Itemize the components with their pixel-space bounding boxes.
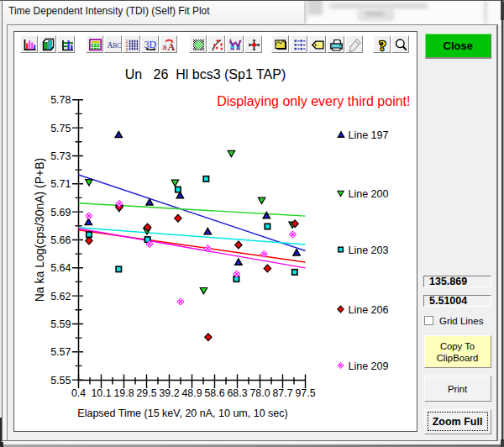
svg-text:48.9: 48.9 <box>181 387 202 398</box>
svg-text:5.66: 5.66 <box>50 234 71 246</box>
svg-text:87.7: 87.7 <box>272 387 292 398</box>
svg-text:?: ? <box>379 38 386 52</box>
svg-text:5.57: 5.57 <box>50 346 71 358</box>
svg-text:78.0: 78.0 <box>249 387 270 398</box>
svg-text:Un 26 Hl bcs3 (Sp1 TAP): Un 26 Hl bcs3 (Sp1 TAP) <box>124 66 285 81</box>
svg-text:Line 206: Line 206 <box>348 303 388 315</box>
svg-text:5.71: 5.71 <box>50 178 71 190</box>
svg-text:BC: BC <box>113 42 121 50</box>
svg-text:3: 3 <box>125 46 128 51</box>
svg-text:Line 203: Line 203 <box>348 244 388 255</box>
svg-text:10.1: 10.1 <box>91 387 111 398</box>
svg-text:0.4: 0.4 <box>71 387 85 398</box>
svg-text:5.73: 5.73 <box>50 150 71 162</box>
svg-text:5.75: 5.75 <box>50 122 71 134</box>
svg-text:Displaying only every third po: Displaying only every third point! <box>217 93 410 108</box>
svg-text:39.2: 39.2 <box>159 387 179 398</box>
svg-text:5.62: 5.62 <box>50 290 71 302</box>
svg-text:5.78: 5.78 <box>50 94 71 106</box>
svg-text:5.55: 5.55 <box>50 374 71 386</box>
svg-text:Na ka Log(cps/30nA) (P+B): Na ka Log(cps/30nA) (P+B) <box>32 157 45 302</box>
svg-text:5.64: 5.64 <box>50 262 71 274</box>
svg-text:Line 200: Line 200 <box>348 187 388 199</box>
svg-text:a: a <box>162 42 166 50</box>
svg-text:19.8: 19.8 <box>113 387 134 398</box>
svg-text:Line 197: Line 197 <box>348 129 388 141</box>
svg-text:5.59: 5.59 <box>50 318 71 330</box>
svg-text:68.3: 68.3 <box>227 387 247 398</box>
svg-text:97.5: 97.5 <box>295 387 315 398</box>
svg-text:Elapsed Time (15 keV, 20 nA, 1: Elapsed Time (15 keV, 20 nA, 10 um, 10 s… <box>77 408 287 419</box>
svg-text:A: A <box>167 41 175 52</box>
svg-text:29.5: 29.5 <box>136 387 156 398</box>
svg-text:5.69: 5.69 <box>50 206 71 218</box>
svg-text:58.6: 58.6 <box>204 387 224 398</box>
svg-text:Line 209: Line 209 <box>348 360 388 371</box>
